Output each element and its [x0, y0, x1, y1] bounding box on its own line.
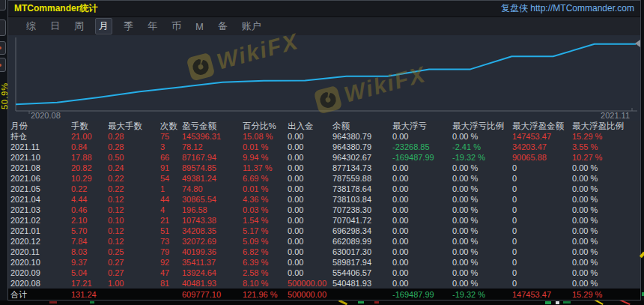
menu-item-账户[interactable]: 账户 — [239, 19, 264, 34]
cell: 0.00 — [392, 205, 452, 215]
column-header: 次数 — [160, 121, 182, 131]
cell: 1.54 % — [243, 215, 288, 226]
collapse-arrow-icon[interactable] — [635, 40, 640, 47]
cell: 589817.94 — [332, 257, 392, 268]
cell: 87167.94 — [182, 152, 243, 163]
background-button — [0, 0, 6, 10]
cell: 964302.67 — [332, 152, 392, 163]
cell: 0.46 — [71, 205, 108, 215]
cell: 15.29 % — [572, 289, 640, 301]
cell: 2020.08 — [10, 278, 71, 289]
menu-item-综[interactable]: 综 — [23, 19, 39, 34]
table-row[interactable]: 2020.0817.211.008140481.938.10 %500000.0… — [8, 278, 640, 289]
cell: 78.12 — [182, 142, 243, 152]
table-row[interactable]: 2021.044.440.124430865.544.36 %0.0073810… — [8, 194, 640, 205]
cell: 74.80 — [182, 184, 243, 194]
cell: 877134.73 — [332, 163, 392, 173]
table-total-row[interactable]: 合计131.24609777.10121.96 %500000.00-16948… — [8, 289, 640, 301]
cell: 9.94 % — [243, 152, 288, 163]
cell: 0.00 % — [452, 173, 512, 184]
cell: 0.50 — [108, 152, 160, 163]
cell: 0.00 % — [452, 226, 512, 236]
cell: 196.58 — [182, 205, 243, 215]
cell: 0.00 % — [452, 205, 512, 215]
cell: 89574.85 — [182, 163, 243, 173]
cell: 0.12 — [108, 194, 160, 205]
cell: 0.00 — [288, 205, 332, 215]
cell: 6.82 % — [243, 247, 288, 257]
cell: 90065.88 — [512, 152, 572, 163]
cell: 81 — [160, 278, 182, 289]
cell: 0.00 — [288, 215, 332, 226]
cell: 0.00 % — [452, 184, 512, 194]
cell: 6.39 % — [243, 257, 288, 268]
cell: 0.28 — [108, 142, 160, 152]
table-row[interactable]: 2020.118.030.257940199.366.82 %0.0063001… — [8, 247, 640, 257]
cell: 0.12 — [108, 205, 160, 215]
table-row[interactable]: 2021.030.460.124196.580.03 %0.00707238.3… — [8, 205, 640, 215]
cell: 2020.11 — [10, 247, 71, 257]
menu-item-年[interactable]: 年 — [145, 19, 160, 34]
cell: 21.00 — [71, 131, 108, 142]
column-header: 余额 — [332, 121, 392, 131]
cell: 0 — [512, 184, 572, 194]
cell: 0.00 % — [572, 173, 640, 184]
cell: 0.00 % — [452, 278, 512, 289]
cell: 738178.64 — [332, 184, 392, 194]
background-window-bottom-sliver — [0, 301, 644, 305]
menu-item-季[interactable]: 季 — [121, 19, 136, 34]
cell: 8.03 — [71, 247, 108, 257]
x-axis-label-end: 2021.11 — [601, 111, 630, 120]
menu-item-月[interactable]: 月 — [95, 18, 112, 34]
cell: 75 — [160, 131, 182, 142]
cell: 0.00 — [392, 278, 452, 289]
cell: 4.36 % — [243, 194, 288, 205]
table-row[interactable]: 2020.095.040.274713924.642.58 %0.0055440… — [8, 268, 640, 278]
cell: 0.12 — [108, 236, 160, 247]
table-row[interactable]: 2021.1017.880.506687167.949.94 %0.009643… — [8, 152, 640, 163]
cell: 0.00 % — [572, 268, 640, 278]
cell: 0.00 % — [572, 236, 640, 247]
table-row[interactable]: 2020.127.840.127332072.695.09 %0.0066208… — [8, 236, 640, 247]
cell: 54 — [160, 173, 182, 184]
table-row[interactable]: 2021.0820.820.249189574.8511.37 %0.00877… — [8, 163, 640, 173]
cell: 49381.24 — [182, 173, 243, 184]
table-header-row: 月份手数最大手数次数盈亏金额百分比%出入金余额最大浮亏最大浮亏比例最大浮盈金额最… — [8, 121, 640, 131]
table-row[interactable]: 2021.022.100.102110743.381.54 %0.0070704… — [8, 215, 640, 226]
cell: 17.88 — [71, 152, 108, 163]
cell: 2.10 — [71, 215, 108, 226]
cell: 0.00 — [288, 194, 332, 205]
cell: 0.00 — [288, 247, 332, 257]
cell: 6.69 % — [243, 173, 288, 184]
cell: 0.00 — [288, 184, 332, 194]
menu-item-备[interactable]: 备 — [215, 19, 231, 34]
cell: 32072.69 — [182, 236, 243, 247]
cell: 0.00 % — [572, 163, 640, 173]
cell: 0.00 — [392, 184, 452, 194]
cell: 35411.37 — [182, 257, 243, 268]
cell: 40199.36 — [182, 247, 243, 257]
cell: 40481.93 — [182, 278, 243, 289]
table-row[interactable]: 2021.050.220.22174.800.01 %0.00738178.64… — [8, 184, 640, 194]
cell: 0.00 % — [452, 194, 512, 205]
table-row[interactable]: 2021.110.840.28378.120.01 %0.00964380.79… — [8, 142, 640, 152]
table-row[interactable]: 2020.109.370.279235411.376.39 %0.0058981… — [8, 257, 640, 268]
table-row[interactable]: 2021.0610.290.225449381.246.69 %0.007875… — [8, 173, 640, 184]
cell — [332, 289, 392, 301]
cell: 0.22 — [71, 184, 108, 194]
menu-item-M[interactable]: M — [192, 20, 207, 33]
cell — [108, 289, 160, 301]
brand-link[interactable]: 复盘侠 http://MTCommander.com — [501, 2, 634, 15]
table-row[interactable]: 持仓21.000.2875145396.3115.08 %0.00964380.… — [8, 131, 640, 142]
cell: 0.27 — [108, 268, 160, 278]
menu-item-周[interactable]: 周 — [71, 19, 87, 34]
title-bar: MTCommander统计 复盘侠 http://MTCommander.com — [8, 1, 640, 17]
menu-item-日[interactable]: 日 — [47, 19, 63, 34]
screen: 50.9% MTCommander统计 复盘侠 http://MTCommand… — [0, 0, 644, 305]
column-header: 最大浮亏 — [392, 121, 452, 131]
cell: 0.00 — [288, 142, 332, 152]
cell: 0.00 — [392, 215, 452, 226]
cell: 0.00 % — [572, 205, 640, 215]
menu-item-币[interactable]: 币 — [168, 19, 184, 34]
table-row[interactable]: 2021.015.700.125134208.355.17 %0.0069629… — [8, 226, 640, 236]
